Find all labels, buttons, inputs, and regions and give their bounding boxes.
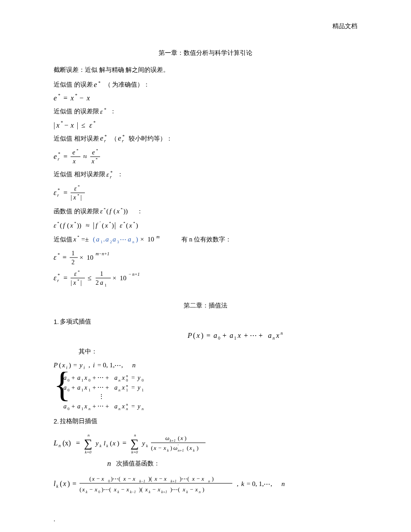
svg-text:≈: ≈ [83, 153, 87, 160]
svg-text:e: e [54, 153, 57, 160]
svg-text:.: . [103, 236, 105, 243]
svg-text:0: 0 [98, 490, 100, 494]
svg-text:(: ( [110, 440, 112, 447]
svg-text:x: x [122, 403, 125, 410]
svg-text:⋯: ⋯ [120, 236, 126, 243]
svg-text:(: ( [80, 486, 81, 493]
svg-text:ε: ε [89, 121, 92, 129]
svg-text:=: = [206, 332, 210, 339]
svg-text:n: n [199, 490, 201, 494]
svg-text:i: i [93, 362, 95, 369]
svg-text:1: 1 [100, 270, 103, 277]
svg-text:ε: ε [120, 222, 122, 229]
svg-text:1: 1 [81, 378, 84, 382]
svg-text:): ) [212, 475, 214, 482]
svg-text:|: | [71, 194, 72, 201]
svg-text:(: ( [60, 480, 62, 488]
svg-text:*: * [58, 252, 60, 257]
svg-text:1: 1 [126, 388, 128, 392]
svg-text:x − x: x − x [123, 475, 135, 482]
svg-text:=±: =± [81, 236, 89, 243]
svg-text:0: 0 [142, 378, 144, 382]
svg-text:): ) [117, 440, 119, 447]
svg-text:)⋯(: )⋯( [111, 475, 121, 482]
svg-text:a: a [114, 403, 117, 410]
svg-text:x: x [113, 486, 117, 493]
svg-text:0: 0 [88, 378, 91, 382]
svg-text:*: * [77, 193, 80, 198]
text: 近似值 相对误差 [54, 133, 99, 145]
svg-text:*: * [93, 121, 96, 125]
svg-text:r: r [104, 138, 106, 143]
svg-text:=: = [73, 362, 77, 369]
svg-text:n: n [118, 407, 121, 411]
line-truncation-error: 截断误差：近似 解与精确 解之间的误差。 [54, 64, 357, 76]
symbol-epsr-star: ε r * [106, 170, 116, 179]
svg-text:+: + [71, 374, 75, 381]
svg-text:x: x [145, 486, 148, 493]
svg-text:a: a [268, 332, 272, 339]
svg-text:×: × [113, 274, 116, 282]
svg-text:|: | [71, 279, 72, 286]
svg-text:a: a [63, 384, 67, 391]
svg-text:*: * [75, 93, 77, 98]
svg-text:x: x [157, 486, 160, 493]
svg-text:m−n+1: m−n+1 [96, 251, 109, 256]
svg-text:2: 2 [110, 240, 112, 244]
svg-text:k+1: k+1 [171, 479, 176, 483]
svg-text:=: = [122, 439, 126, 447]
svg-text:|: | [114, 221, 116, 229]
where-label: 其中： [54, 346, 357, 358]
svg-text:e: e [92, 149, 95, 156]
svg-text:+: + [71, 384, 75, 391]
svg-text:a: a [77, 403, 80, 410]
line-approx-error: 近似值 的误差 e * （ 为准确值）： [54, 79, 357, 91]
svg-text:|: | [80, 194, 82, 201]
svg-text:x: x [180, 435, 183, 441]
section-poly: 1. 多项式插值 [54, 316, 357, 328]
svg-text:x: x [70, 94, 74, 102]
svg-text:x: x [63, 480, 66, 487]
svg-text:(: ( [193, 332, 195, 340]
svg-text:)⋯(: )⋯( [170, 486, 180, 493]
svg-text:n+1: n+1 [178, 449, 184, 453]
svg-text:*: * [77, 235, 80, 239]
svg-text:k: k [186, 490, 188, 494]
svg-text:): ) [197, 445, 198, 451]
svg-text:r: r [57, 278, 59, 283]
svg-text:⋮: ⋮ [98, 393, 105, 400]
svg-text:(: ( [93, 236, 95, 243]
svg-text:x: x [153, 445, 156, 451]
svg-text:P: P [188, 332, 192, 339]
svg-text:x: x [86, 94, 90, 102]
svg-text:10: 10 [87, 254, 93, 261]
formula-abs-bound: | x * − x | ≤ ε * [54, 121, 116, 130]
svg-text:k+1: k+1 [170, 439, 176, 443]
svg-text:+ ⋯ +: + ⋯ + [92, 374, 109, 381]
svg-text:*: * [96, 157, 98, 162]
svg-text:y: y [137, 403, 141, 410]
svg-text:e: e [100, 134, 103, 142]
svg-text:): ) [112, 222, 114, 229]
svg-text:*: * [58, 151, 60, 156]
svg-text:): ) [170, 445, 172, 451]
svg-text:+ ⋯ +: + ⋯ + [92, 403, 109, 410]
svg-text:∑: ∑ [130, 437, 139, 450]
svg-text:e: e [94, 81, 97, 88]
svg-text:k: k [117, 490, 119, 494]
svg-text:m: m [156, 235, 159, 239]
svg-text:k: k [146, 444, 148, 448]
symbol-epsilon-star: ε * [100, 108, 109, 116]
svg-text:)(: )( [148, 475, 152, 482]
svg-text:∑: ∑ [84, 437, 92, 450]
formula-func-eps: ε * ( f ( x * )) ≈ | f ′ ( x * ) | ε * (… [54, 220, 170, 231]
svg-text:0: 0 [108, 479, 110, 483]
svg-text:,: , [237, 480, 239, 487]
svg-text:k: k [241, 480, 244, 487]
svg-text:=: = [76, 439, 80, 447]
section-label: 拉格朗日插值 [60, 416, 97, 428]
svg-text:n: n [281, 331, 283, 336]
svg-text:+: + [71, 403, 75, 410]
svg-text:*: * [57, 221, 59, 225]
svg-text:2: 2 [71, 259, 75, 266]
